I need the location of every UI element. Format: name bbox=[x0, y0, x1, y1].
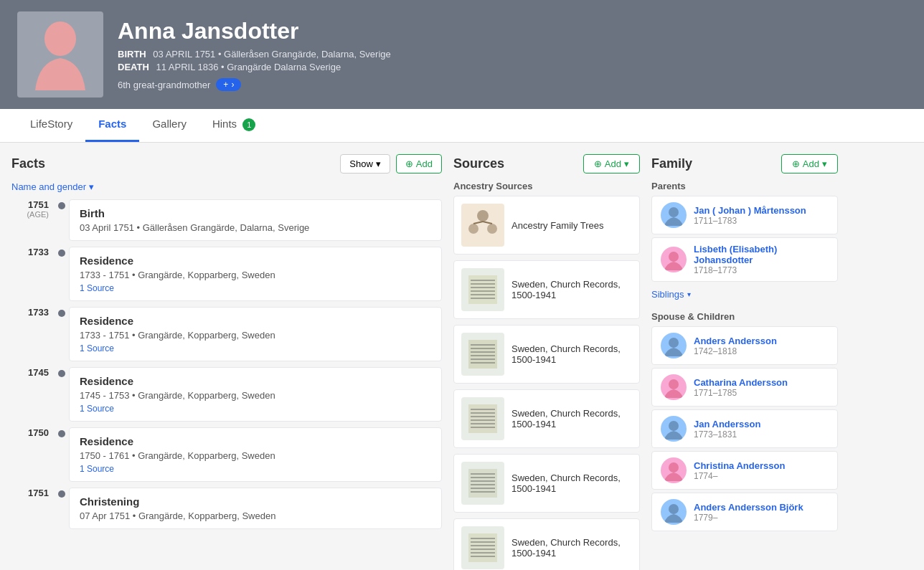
child3-years: 1774– bbox=[694, 471, 785, 481]
year-1733b: 1733 bbox=[11, 307, 49, 318]
child4-years: 1779– bbox=[694, 513, 803, 523]
svg-rect-27 bbox=[468, 469, 497, 498]
parent1-info: Jan ( Johan ) Mårtensson 1711–1783 bbox=[694, 205, 806, 226]
profile-photo bbox=[17, 11, 103, 98]
source-title-church1: Sweden, Church Records, 1500-1941 bbox=[512, 279, 632, 300]
source-card-church1[interactable]: Sweden, Church Records, 1500-1941 bbox=[453, 260, 640, 319]
source-card-church4[interactable]: Sweden, Church Records, 1500-1941 bbox=[453, 454, 640, 513]
timeline: 1751 (AGE) Birth 03 April 1751 • Gällerå… bbox=[11, 199, 442, 532]
facts-title: Facts bbox=[11, 156, 45, 171]
fact-source[interactable]: 1 Source bbox=[80, 343, 431, 353]
sources-title: Sources bbox=[453, 156, 504, 171]
svg-point-2 bbox=[468, 224, 478, 234]
main-content: Facts Show ▾ ⊕ Add Name and gender ▾ bbox=[0, 143, 924, 570]
avatar-child3 bbox=[661, 457, 687, 483]
fact-source[interactable]: 1 Source bbox=[80, 283, 431, 293]
fact-detail: 1733 - 1751 • Grangärde, Kopparberg, Swe… bbox=[80, 330, 431, 341]
death-detail: 11 APRIL 1836 • Grangärde Dalarna Sverig… bbox=[156, 62, 341, 72]
fact-card-birth[interactable]: Birth 03 April 1751 • Gälleråsen Grangär… bbox=[69, 199, 442, 241]
fact-detail: 1745 - 1753 • Grangärde, Kopparberg, Swe… bbox=[80, 390, 431, 401]
sources-panel-header: Sources ⊕ Add ▾ bbox=[453, 154, 640, 174]
svg-point-48 bbox=[669, 207, 679, 217]
source-card-church5[interactable]: Sweden, Church Records, 1500-1941 bbox=[453, 518, 640, 570]
facts-show-button[interactable]: Show ▾ bbox=[340, 154, 390, 174]
timeline-year: 1750 bbox=[11, 427, 55, 438]
year-1750: 1750 bbox=[11, 427, 49, 438]
timeline-dot-col bbox=[55, 307, 69, 317]
svg-point-53 bbox=[669, 462, 679, 472]
tab-gallery[interactable]: Gallery bbox=[139, 109, 199, 142]
profile-relation: 6th great-grandmother + › bbox=[118, 78, 907, 91]
fact-card-christening[interactable]: Christening 07 Apr 1751 • Grangärde, Kop… bbox=[69, 488, 442, 529]
svg-rect-20 bbox=[468, 404, 497, 433]
svg-point-52 bbox=[669, 421, 679, 431]
profile-birth: BIRTH 03 APRIL 1751 • Gälleråsen Grangär… bbox=[118, 49, 907, 60]
source-thumb-church1 bbox=[461, 268, 504, 311]
fact-card-residence4[interactable]: Residence 1750 - 1761 • Grangärde, Koppa… bbox=[69, 427, 442, 482]
profile-death: DEATH 11 APRIL 1836 • Grangärde Dalarna … bbox=[118, 62, 907, 72]
timeline-row: 1750 Residence 1750 - 1761 • Grangärde, … bbox=[11, 427, 442, 485]
fact-source[interactable]: 1 Source bbox=[80, 404, 431, 414]
show-label: Show bbox=[349, 158, 373, 169]
source-card-church2[interactable]: Sweden, Church Records, 1500-1941 bbox=[453, 325, 640, 384]
timeline-dot bbox=[58, 370, 65, 377]
relation-badge[interactable]: + › bbox=[216, 78, 241, 91]
svg-rect-6 bbox=[468, 275, 497, 304]
fact-card-residence2[interactable]: Residence 1733 - 1751 • Grangärde, Koppa… bbox=[69, 307, 442, 361]
source-title-ancestry: Ancestry Family Trees bbox=[512, 220, 604, 231]
family-add-button[interactable]: ⊕ Add ▾ bbox=[781, 154, 838, 174]
timeline-dot-col bbox=[55, 247, 69, 257]
parent2-name: Lisbeth (Elisabeth) Johansdotter bbox=[694, 244, 829, 265]
family-card-child4[interactable]: Anders Andersson Björk 1779– bbox=[651, 493, 838, 531]
family-card-parent2[interactable]: Lisbeth (Elisabeth) Johansdotter 1718–17… bbox=[651, 237, 838, 282]
siblings-label: Siblings bbox=[651, 289, 684, 300]
filter-label: Name and gender bbox=[11, 181, 86, 192]
timeline-year: 1745 bbox=[11, 367, 55, 378]
child3-info: Christina Andersson 1774– bbox=[694, 460, 785, 481]
family-card-spouse[interactable]: Anders Andersson 1742–1818 bbox=[651, 326, 838, 365]
child4-info: Anders Andersson Björk 1779– bbox=[694, 502, 803, 523]
year-1733a: 1733 bbox=[11, 247, 49, 257]
chevron-down-icon: ▾ bbox=[376, 158, 381, 169]
source-title-church2: Sweden, Church Records, 1500-1941 bbox=[512, 343, 632, 365]
age-label: (AGE) bbox=[11, 210, 49, 219]
family-card-child1[interactable]: Catharina Andersson 1771–1785 bbox=[651, 368, 838, 407]
facts-add-button[interactable]: ⊕ Add bbox=[396, 154, 442, 174]
source-card-church3[interactable]: Sweden, Church Records, 1500-1941 bbox=[453, 389, 640, 448]
tab-lifestory[interactable]: LifeStory bbox=[17, 109, 85, 142]
fact-title: Birth bbox=[80, 207, 431, 219]
timeline-year: 1751 bbox=[11, 488, 55, 498]
fact-card-residence1[interactable]: Residence 1733 - 1751 • Grangärde, Koppa… bbox=[69, 247, 442, 301]
family-card-parent1[interactable]: Jan ( Johan ) Mårtensson 1711–1783 bbox=[651, 196, 838, 234]
fact-card-residence3[interactable]: Residence 1745 - 1753 • Grangärde, Koppa… bbox=[69, 367, 442, 422]
timeline-row: 1733 Residence 1733 - 1751 • Grangärde, … bbox=[11, 307, 442, 364]
timeline-dot-col bbox=[55, 488, 69, 498]
name-gender-filter[interactable]: Name and gender ▾ bbox=[11, 181, 94, 192]
tab-hints[interactable]: Hints 1 bbox=[199, 109, 268, 142]
year-1751: 1751 bbox=[11, 199, 49, 210]
siblings-toggle[interactable]: Siblings ▾ bbox=[651, 289, 691, 300]
add-label: Add bbox=[803, 158, 819, 169]
sources-add-button[interactable]: ⊕ Add ▾ bbox=[583, 154, 640, 174]
fact-source[interactable]: 1 Source bbox=[80, 464, 431, 474]
child2-info: Jan Andersson 1773–1831 bbox=[694, 419, 760, 440]
tab-facts[interactable]: Facts bbox=[85, 109, 139, 142]
profile-header: Anna Jansdotter BIRTH 03 APRIL 1751 • Gä… bbox=[0, 0, 924, 109]
timeline-row: 1733 Residence 1733 - 1751 • Grangärde, … bbox=[11, 247, 442, 304]
timeline-row: 1745 Residence 1745 - 1753 • Grangärde, … bbox=[11, 367, 442, 424]
chevron-down-icon: ▾ bbox=[822, 158, 827, 169]
facts-panel: Facts Show ▾ ⊕ Add Name and gender ▾ bbox=[11, 154, 442, 570]
avatar-child2 bbox=[661, 416, 687, 442]
timeline-dot bbox=[58, 430, 65, 437]
family-card-child3[interactable]: Christina Andersson 1774– bbox=[651, 451, 838, 490]
source-card-ancestry-trees[interactable]: Ancestry Family Trees bbox=[453, 196, 640, 255]
timeline-dot bbox=[58, 202, 65, 209]
spouse-name: Anders Andersson bbox=[694, 336, 777, 346]
fact-title: Christening bbox=[80, 495, 431, 508]
spouse-children-label: Spouse & Children bbox=[651, 311, 838, 322]
parent1-years: 1711–1783 bbox=[694, 216, 806, 226]
family-card-child2[interactable]: Jan Andersson 1773–1831 bbox=[651, 409, 838, 448]
sources-panel: Sources ⊕ Add ▾ Ancestry Sources Ancestr… bbox=[453, 154, 640, 570]
svg-point-50 bbox=[669, 338, 679, 348]
timeline-dot bbox=[58, 250, 65, 257]
